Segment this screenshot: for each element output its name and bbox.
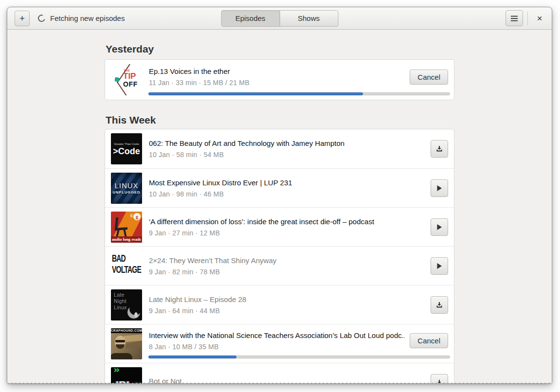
episode-row: THE TIP OFF Ep.13 Voices in the ether 11…	[105, 60, 454, 100]
show-cover-art: CRAPHOUND.COM	[111, 328, 142, 359]
view-switcher: Episodes Shows	[221, 10, 338, 27]
play-icon	[436, 263, 442, 269]
app-window: + Fetching new episodes Episodes Shows ×…	[7, 7, 552, 384]
episode-meta: 9 Jan · 64 min · 44 MB	[149, 307, 426, 315]
show-cover-art: BAD VOLTAGE	[111, 250, 142, 282]
download-icon	[435, 301, 443, 309]
download-episode-button[interactable]	[431, 296, 448, 314]
show-cover-art: (( g audio long reads	[111, 212, 142, 243]
headerbar-separator	[527, 12, 528, 25]
play-episode-button[interactable]	[431, 179, 448, 197]
episode-row: LINUX UNPLUGGED Most Expensive Linux Dis…	[105, 168, 454, 207]
episode-title: Most Expensive Linux Distro Ever | LUP 2…	[149, 178, 426, 187]
headerbar[interactable]: + Fetching new episodes Episodes Shows ×	[7, 7, 552, 30]
loading-spinner-icon	[37, 14, 47, 23]
episode-meta: 9 Jan · 27 min · 12 MB	[149, 229, 426, 237]
episodes-scroll-area[interactable]: Yesterday THE TIP OFF Ep.13 Voices in th…	[7, 30, 552, 383]
episode-row: CRAPHOUND.COM Interview with the Nationa…	[105, 324, 454, 363]
episode-title: 2×24: They Weren’t That Shiny Anyway	[149, 256, 426, 265]
episode-meta: 10 Jan · 58 min · 54 MB	[149, 151, 426, 159]
close-window-button[interactable]: ×	[532, 11, 547, 26]
episode-row: (( g audio long reads ‘A different dimen…	[105, 207, 454, 246]
show-cover-art: THE TIP OFF	[111, 64, 142, 95]
episodes-content: Yesterday THE TIP OFF Ep.13 Voices in th…	[105, 43, 454, 383]
episode-title: ‘A different dimension of loss’: inside …	[149, 217, 426, 226]
tab-shows[interactable]: Shows	[279, 10, 338, 27]
play-icon	[436, 185, 442, 192]
episodes-card: THE TIP OFF Ep.13 Voices in the ether 11…	[105, 59, 454, 100]
section-title: This Week	[106, 114, 454, 126]
episode-title: Bot or Not	[149, 377, 426, 384]
download-episode-button[interactable]	[431, 140, 448, 158]
play-episode-button[interactable]	[431, 257, 448, 275]
chevron-icon	[115, 368, 119, 372]
penguin-icon	[134, 312, 138, 317]
tipoff-dot	[114, 77, 119, 82]
play-episode-button[interactable]	[431, 218, 448, 236]
hamburger-menu-icon	[510, 15, 518, 22]
fetch-status-text: Fetching new episodes	[50, 14, 125, 22]
episode-title: Ep.13 Voices in the ether	[149, 67, 405, 75]
guardian-badge-icon: g	[133, 213, 141, 220]
episode-meta: 9 Jan · 82 min · 78 MB	[149, 268, 426, 276]
episode-row: BAD VOLTAGE 2×24: They Weren’t That Shin…	[105, 246, 454, 285]
section-title: Yesterday	[106, 43, 454, 55]
episode-row: Greater Than Code >Code 062: The Beauty …	[105, 129, 454, 168]
sound-waves-icon: ((	[130, 213, 133, 217]
add-podcast-button[interactable]: +	[15, 11, 30, 26]
show-cover-art: Greater Than Code >Code	[111, 133, 142, 164]
cancel-download-button[interactable]: Cancel	[410, 70, 448, 85]
episode-title: Late Night Linux – Episode 28	[149, 295, 426, 303]
download-icon	[435, 145, 443, 153]
download-progress-bar	[148, 356, 450, 358]
app-menu-button[interactable]	[506, 10, 523, 26]
cancel-download-button[interactable]: Cancel	[410, 333, 448, 348]
show-cover-art: Late Night Linux	[111, 289, 142, 321]
episode-row: Late Night Linux Late Night Linux – Epis…	[105, 285, 454, 324]
show-cover-art: IRL	[111, 367, 142, 384]
episode-title: Interview with the National Science Teac…	[149, 331, 405, 339]
episode-meta: 10 Jan · 98 min · 46 MB	[149, 190, 426, 198]
download-episode-button[interactable]	[431, 374, 448, 384]
scroll-undershoot-indicator	[7, 383, 552, 383]
episode-title: 062: The Beauty of Art and Technology wi…	[149, 139, 426, 147]
episode-row: IRL Bot or Not	[105, 363, 454, 383]
episode-meta: 8 Jan · 10 MB / 35 MB	[149, 343, 405, 351]
tab-episodes[interactable]: Episodes	[221, 10, 280, 27]
episode-meta: 11 Jan · 33 min · 15 MB / 21 MB	[149, 79, 405, 87]
episodes-card: Greater Than Code >Code 062: The Beauty …	[105, 129, 454, 383]
episodes-section: This Week Greater Than Code >Code 062: T…	[105, 114, 454, 383]
download-progress-bar	[148, 92, 450, 95]
show-cover-art: LINUX UNPLUGGED	[111, 173, 142, 204]
episodes-section: Yesterday THE TIP OFF Ep.13 Voices in th…	[105, 43, 454, 100]
play-icon	[436, 224, 442, 231]
